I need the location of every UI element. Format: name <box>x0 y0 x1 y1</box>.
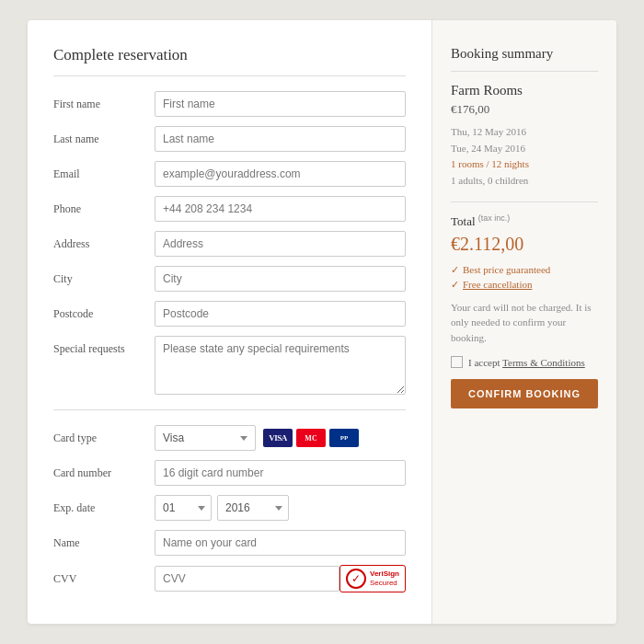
card-number-input[interactable] <box>155 460 406 486</box>
terms-checkbox[interactable] <box>451 356 463 368</box>
guarantee-list: ✓ Best price guaranteed ✓ Free cancellat… <box>451 264 598 291</box>
name-on-card-row: Name <box>53 530 406 556</box>
reservation-card: Complete reservation First nameLast name… <box>28 20 616 624</box>
name-on-card-label: Name <box>53 536 155 550</box>
verisign-line1: VeriSign <box>370 569 399 579</box>
confirm-booking-button[interactable]: CONFIRM BOOKING <box>451 379 598 408</box>
card-type-select[interactable]: Visa Mastercard PayPal <box>155 425 256 451</box>
verisign-line2: Secured <box>370 579 399 588</box>
field-label-email: Email <box>53 161 155 181</box>
checkin-date: Thu, 12 May 2016 <box>451 124 598 141</box>
form-row-last-name: Last name <box>53 126 406 152</box>
cvv-label: CVV <box>53 572 155 586</box>
checkmark-icon-2: ✓ <box>451 279 459 291</box>
guests-info: 1 adults, 0 children <box>451 173 598 190</box>
visa-icon: VISA <box>263 429 293 447</box>
right-panel: Booking summary Farm Rooms €176,00 Thu, … <box>432 20 616 624</box>
booking-summary-title: Booking summary <box>451 46 598 62</box>
total-price: €2.112,00 <box>451 234 598 255</box>
field-label-postcode: Postcode <box>53 301 155 321</box>
form-row-email: Email <box>53 161 406 187</box>
booking-dates: Thu, 12 May 2016 Tue, 24 May 2016 1 room… <box>451 124 598 189</box>
paypal-icon: PP <box>329 429 359 447</box>
card-number-label: Card number <box>53 466 155 480</box>
card-type-select-wrap: Visa Mastercard PayPal VISA MC PP <box>155 425 359 451</box>
field-input-city[interactable] <box>155 266 406 292</box>
field-label-city: City <box>53 266 155 286</box>
card-icons: VISA MC PP <box>263 429 359 447</box>
exp-year-select[interactable]: 201620172018 20192020 <box>217 495 289 521</box>
free-cancellation-link[interactable]: Free cancellation <box>463 279 532 290</box>
total-label: Total (tax inc.) <box>451 213 598 229</box>
page-title: Complete reservation <box>53 46 406 64</box>
per-night-price: €176,00 <box>451 102 598 117</box>
verisign-check-icon: ✓ <box>346 569 366 589</box>
left-panel: Complete reservation First nameLast name… <box>28 20 432 624</box>
field-input-first-name[interactable] <box>155 91 406 117</box>
checkout-date: Tue, 24 May 2016 <box>451 141 598 157</box>
form-row-phone: Phone <box>53 196 406 222</box>
field-label-last-name: Last name <box>53 126 155 146</box>
exp-date-label: Exp. date <box>53 501 155 515</box>
field-label-address: Address <box>53 231 155 251</box>
total-section: Total (tax inc.) €2.112,00 ✓ Best price … <box>451 201 598 408</box>
verisign-badge-wrap: ✓ VeriSign Secured <box>339 565 406 592</box>
exp-date-inputs: 010203 040506 070809 101112 201620172018… <box>155 495 289 521</box>
booking-divider <box>451 71 598 72</box>
field-input-email[interactable] <box>155 161 406 187</box>
field-input-last-name[interactable] <box>155 126 406 152</box>
special-requests-row: Special requests <box>53 336 406 395</box>
best-price-item: ✓ Best price guaranteed <box>451 264 598 276</box>
verisign-text: VeriSign Secured <box>370 569 399 589</box>
card-notice: Your card will not be charged. It is onl… <box>451 300 598 346</box>
terms-conditions-link[interactable]: Terms & Conditions <box>502 357 585 368</box>
best-price-text: Best price guaranteed <box>463 264 550 275</box>
cvv-input[interactable] <box>155 566 339 592</box>
field-input-address[interactable] <box>155 231 406 257</box>
exp-date-row: Exp. date 010203 040506 070809 101112 20… <box>53 495 406 521</box>
form-row-postcode: Postcode <box>53 301 406 327</box>
checkmark-icon: ✓ <box>451 264 459 276</box>
card-type-label: Card type <box>53 431 155 445</box>
field-input-phone[interactable] <box>155 196 406 222</box>
form-fields: First nameLast nameEmailPhoneAddressCity… <box>53 91 406 327</box>
rooms-nights: 1 rooms / 12 nights <box>451 156 598 173</box>
cvv-row: CVV ✓ VeriSign Secured <box>53 565 406 592</box>
card-type-row: Card type Visa Mastercard PayPal VISA MC… <box>53 425 406 451</box>
property-name: Farm Rooms <box>451 83 598 98</box>
field-input-postcode[interactable] <box>155 301 406 327</box>
section-divider <box>53 409 406 410</box>
name-on-card-input[interactable] <box>155 530 406 556</box>
special-requests-input[interactable] <box>155 336 406 395</box>
form-row-address: Address <box>53 231 406 257</box>
cvv-section: ✓ VeriSign Secured <box>155 565 406 592</box>
form-row-city: City <box>53 266 406 292</box>
title-divider <box>53 75 406 76</box>
exp-month-select[interactable]: 010203 040506 070809 101112 <box>155 495 212 521</box>
form-row-first-name: First name <box>53 91 406 117</box>
special-requests-label: Special requests <box>53 336 155 356</box>
free-cancellation-item: ✓ Free cancellation <box>451 279 598 291</box>
field-label-phone: Phone <box>53 196 155 216</box>
card-number-row: Card number <box>53 460 406 486</box>
verisign-badge: ✓ VeriSign Secured <box>339 565 406 592</box>
terms-label: I accept Terms & Conditions <box>468 357 585 368</box>
terms-row: I accept Terms & Conditions <box>451 356 598 368</box>
field-label-first-name: First name <box>53 91 155 111</box>
mastercard-icon: MC <box>296 429 326 447</box>
